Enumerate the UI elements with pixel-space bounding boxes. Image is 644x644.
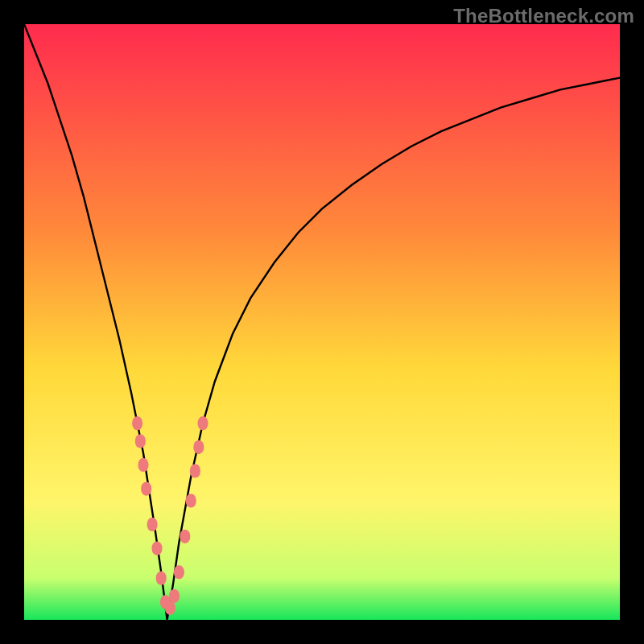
chart-frame: TheBottleneck.com [0, 0, 644, 644]
bottleneck-chart [24, 24, 620, 620]
gradient-background [24, 24, 620, 620]
curve-marker [141, 482, 151, 496]
curve-marker [180, 530, 190, 543]
curve-marker [132, 416, 142, 430]
curve-marker [174, 565, 184, 579]
curve-marker [135, 435, 146, 448]
curve-marker [165, 601, 175, 615]
curve-marker [186, 494, 196, 508]
curve-marker [138, 458, 149, 472]
curve-marker [190, 464, 200, 478]
curve-marker [198, 416, 208, 430]
curve-marker [169, 589, 180, 603]
curve-marker [152, 542, 163, 555]
curve-marker [193, 440, 204, 454]
plot-area [24, 24, 620, 620]
curve-marker [156, 572, 167, 585]
curve-marker [147, 518, 158, 531]
